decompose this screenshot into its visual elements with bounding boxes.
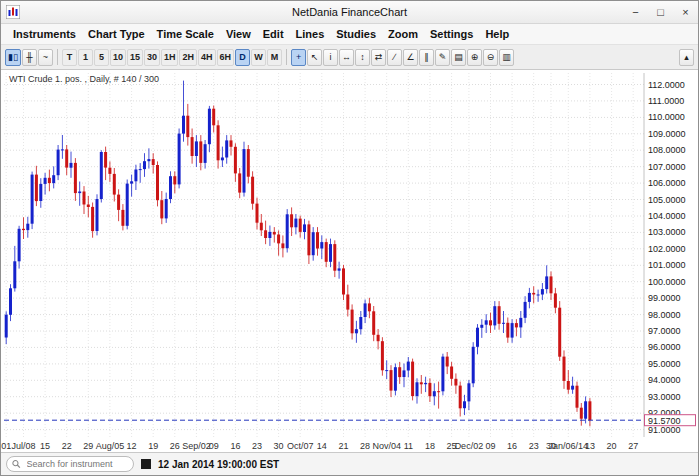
svg-text:95.0000: 95.0000	[648, 359, 681, 369]
app-window: NetDania FinanceChart − □ × InstrumentsC…	[0, 0, 699, 476]
svg-text:16: 16	[507, 441, 517, 451]
timeframe-1-button[interactable]: 1	[78, 49, 93, 66]
svg-text:Nov/04: Nov/04	[372, 441, 401, 451]
toolbar-separator	[57, 49, 58, 65]
line-chart-button[interactable]: ~	[38, 49, 53, 66]
instrument-search[interactable]	[6, 456, 134, 472]
svg-text:111.0000: 111.0000	[648, 96, 684, 106]
svg-text:93.0000: 93.0000	[648, 392, 681, 402]
svg-text:107.0000: 107.0000	[648, 162, 686, 172]
menu-studies[interactable]: Studies	[330, 26, 382, 42]
info-button[interactable]: i	[323, 49, 338, 66]
x-grid: 01Jul/08152229Aug/05121926Sep/0209162330…	[1, 73, 638, 451]
svg-text:19: 19	[148, 441, 158, 451]
status-bar: 12 Jan 2014 19:00:00 EST	[1, 453, 698, 475]
svg-text:Sep/02: Sep/02	[182, 441, 211, 451]
horizontal-scale-button[interactable]: ↔	[339, 49, 354, 66]
menu-help[interactable]: Help	[479, 26, 515, 42]
chart-settings-icon: ▥	[502, 52, 511, 62]
menu-time-scale[interactable]: Time Scale	[151, 26, 220, 42]
zoom-out-icon: ⊖	[487, 52, 495, 62]
timeframe-30-button[interactable]: 30	[144, 49, 160, 66]
timeframe-1h-button[interactable]: 1H	[161, 49, 179, 66]
timeframe-2h-button[interactable]: 2H	[179, 49, 197, 66]
angle-tool-button[interactable]: ∠	[403, 49, 418, 66]
candlestick-chart-button[interactable]: ▮▯	[5, 49, 21, 66]
zoom-in-button[interactable]: ⊕	[467, 49, 482, 66]
svg-text:21: 21	[338, 441, 348, 451]
chart-svg: 91.000092.000093.000094.000095.000096.00…	[1, 70, 698, 452]
parallel-lines-icon: ∥	[424, 52, 429, 62]
trend-line-button[interactable]: ∕	[387, 49, 402, 66]
menu-zoom[interactable]: Zoom	[382, 26, 424, 42]
status-timestamp: 12 Jan 2014 19:00:00 EST	[158, 459, 279, 470]
trend-line-icon: ∕	[394, 52, 396, 62]
candlestick-chart[interactable]: 91.000092.000093.000094.000095.000096.00…	[1, 70, 698, 452]
toolbar-separator	[286, 49, 287, 65]
parallel-lines-button[interactable]: ∥	[419, 49, 434, 66]
timeframe-4h-button[interactable]: 4H	[198, 49, 216, 66]
maximize-button[interactable]: □	[648, 3, 673, 22]
svg-text:94.0000: 94.0000	[648, 375, 681, 385]
svg-text:106.0000: 106.0000	[648, 178, 686, 188]
pointer-icon: ↖	[311, 52, 319, 62]
svg-text:16: 16	[230, 441, 240, 451]
close-button[interactable]: ×	[673, 3, 698, 22]
search-input[interactable]	[25, 458, 128, 470]
svg-text:99.0000: 99.0000	[648, 293, 681, 303]
crosshair-button[interactable]: +	[291, 49, 306, 66]
status-indicator-icon	[141, 459, 151, 469]
svg-text:20: 20	[607, 441, 617, 451]
timeframe-15-button[interactable]: 15	[127, 49, 143, 66]
svg-text:09: 09	[485, 441, 495, 451]
timeframe-d-button[interactable]: D	[235, 49, 250, 66]
candles	[5, 81, 592, 427]
timeframe-6h-button[interactable]: 6H	[217, 49, 235, 66]
svg-text:Oct/07: Oct/07	[287, 441, 314, 451]
svg-text:11: 11	[404, 441, 413, 451]
line-chart-icon: ~	[43, 52, 48, 62]
svg-text:102.0000: 102.0000	[648, 244, 686, 254]
svg-text:Jan/06/14: Jan/06/14	[549, 441, 589, 451]
scroll-chart-button[interactable]: ⇄	[371, 49, 386, 66]
collapse-toolbar-button[interactable]: ▴	[679, 49, 694, 66]
svg-text:98.0000: 98.0000	[648, 310, 681, 320]
timeframe-t-button[interactable]: T	[62, 49, 77, 66]
svg-text:14: 14	[317, 441, 327, 451]
info-icon: i	[330, 52, 332, 62]
svg-text:23: 23	[529, 441, 539, 451]
toolbar: ▮▯╫~T151015301H2H4H6HDWM+↖i↔↕⇄∕∠∥✎▤⊕⊖▥▴	[1, 45, 698, 70]
pointer-button[interactable]: ↖	[307, 49, 322, 66]
svg-text:29: 29	[83, 441, 93, 451]
chart-settings-button[interactable]: ▥	[499, 49, 514, 66]
svg-text:103.0000: 103.0000	[648, 227, 686, 237]
svg-text:09: 09	[209, 441, 219, 451]
svg-text:112.0000: 112.0000	[648, 80, 685, 90]
svg-text:91.5700: 91.5700	[648, 416, 681, 426]
zoom-out-button[interactable]: ⊖	[483, 49, 498, 66]
menu-instruments[interactable]: Instruments	[7, 26, 82, 42]
vertical-scale-button[interactable]: ↕	[355, 49, 370, 66]
svg-text:26: 26	[170, 441, 180, 451]
last-price-line: 91.5700	[4, 415, 696, 426]
ohlc-bar-chart-button[interactable]: ╫	[22, 49, 37, 66]
chart-area[interactable]: WTI Crude 1. pos. , Daily, # 140 / 300 9…	[1, 70, 698, 453]
menu-settings[interactable]: Settings	[424, 26, 479, 42]
timeframe-10-button[interactable]: 10	[110, 49, 126, 66]
title-bar[interactable]: NetDania FinanceChart − □ ×	[1, 1, 698, 24]
menu-lines[interactable]: Lines	[290, 26, 331, 42]
svg-text:27: 27	[628, 441, 638, 451]
menu-view[interactable]: View	[220, 26, 257, 42]
search-icon	[12, 459, 21, 469]
timeframe-5-button[interactable]: 5	[94, 49, 109, 66]
menu-bar: InstrumentsChart TypeTime ScaleViewEditL…	[1, 24, 698, 45]
timeframe-m-button[interactable]: M	[267, 49, 282, 66]
menu-edit[interactable]: Edit	[257, 26, 290, 42]
menu-chart-type[interactable]: Chart Type	[82, 26, 151, 42]
print-button[interactable]: ▤	[451, 49, 466, 66]
svg-text:108.0000: 108.0000	[648, 145, 686, 155]
draw-tool-icon: ✎	[439, 52, 447, 62]
draw-tool-button[interactable]: ✎	[435, 49, 450, 66]
minimize-button[interactable]: −	[623, 3, 648, 22]
timeframe-w-button[interactable]: W	[251, 49, 266, 66]
